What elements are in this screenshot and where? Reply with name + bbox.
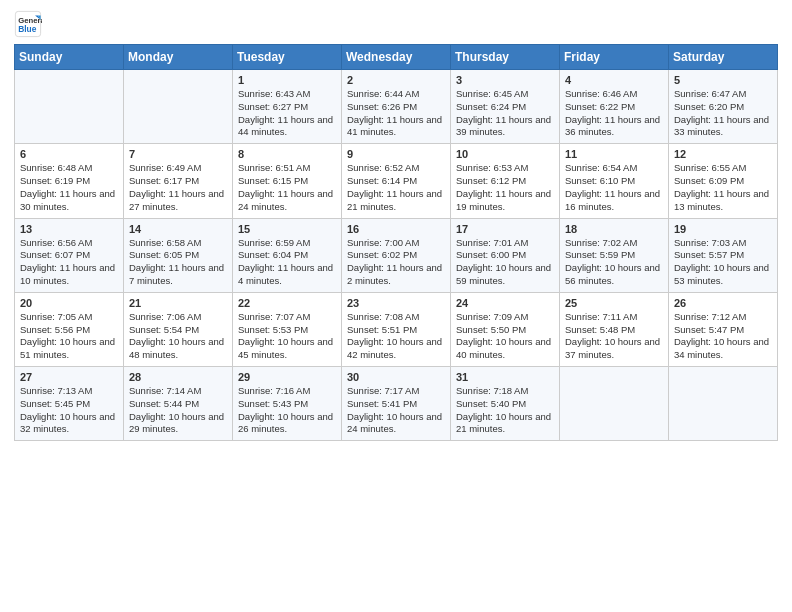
- calendar-cell: 31Sunrise: 7:18 AM Sunset: 5:40 PM Dayli…: [451, 367, 560, 441]
- day-number: 12: [674, 148, 772, 160]
- calendar-cell: 23Sunrise: 7:08 AM Sunset: 5:51 PM Dayli…: [342, 292, 451, 366]
- calendar-cell: 10Sunrise: 6:53 AM Sunset: 6:12 PM Dayli…: [451, 144, 560, 218]
- day-info: Sunrise: 7:01 AM Sunset: 6:00 PM Dayligh…: [456, 237, 554, 288]
- calendar-cell: 3Sunrise: 6:45 AM Sunset: 6:24 PM Daylig…: [451, 70, 560, 144]
- day-info: Sunrise: 6:46 AM Sunset: 6:22 PM Dayligh…: [565, 88, 663, 139]
- day-number: 19: [674, 223, 772, 235]
- day-number: 4: [565, 74, 663, 86]
- day-info: Sunrise: 6:45 AM Sunset: 6:24 PM Dayligh…: [456, 88, 554, 139]
- calendar-cell: 11Sunrise: 6:54 AM Sunset: 6:10 PM Dayli…: [560, 144, 669, 218]
- calendar-cell: [124, 70, 233, 144]
- day-number: 9: [347, 148, 445, 160]
- calendar-week-row: 6Sunrise: 6:48 AM Sunset: 6:19 PM Daylig…: [15, 144, 778, 218]
- calendar-header-tuesday: Tuesday: [233, 45, 342, 70]
- calendar-cell: 25Sunrise: 7:11 AM Sunset: 5:48 PM Dayli…: [560, 292, 669, 366]
- day-info: Sunrise: 7:14 AM Sunset: 5:44 PM Dayligh…: [129, 385, 227, 436]
- day-number: 30: [347, 371, 445, 383]
- day-number: 18: [565, 223, 663, 235]
- calendar-week-row: 1Sunrise: 6:43 AM Sunset: 6:27 PM Daylig…: [15, 70, 778, 144]
- logo: General Blue: [14, 10, 45, 38]
- calendar-cell: 22Sunrise: 7:07 AM Sunset: 5:53 PM Dayli…: [233, 292, 342, 366]
- calendar-cell: 12Sunrise: 6:55 AM Sunset: 6:09 PM Dayli…: [669, 144, 778, 218]
- calendar-cell: [560, 367, 669, 441]
- day-number: 2: [347, 74, 445, 86]
- day-info: Sunrise: 6:44 AM Sunset: 6:26 PM Dayligh…: [347, 88, 445, 139]
- day-info: Sunrise: 6:59 AM Sunset: 6:04 PM Dayligh…: [238, 237, 336, 288]
- day-number: 5: [674, 74, 772, 86]
- calendar-cell: 9Sunrise: 6:52 AM Sunset: 6:14 PM Daylig…: [342, 144, 451, 218]
- day-info: Sunrise: 7:06 AM Sunset: 5:54 PM Dayligh…: [129, 311, 227, 362]
- calendar-table: SundayMondayTuesdayWednesdayThursdayFrid…: [14, 44, 778, 441]
- day-number: 24: [456, 297, 554, 309]
- calendar-week-row: 13Sunrise: 6:56 AM Sunset: 6:07 PM Dayli…: [15, 218, 778, 292]
- calendar-cell: 24Sunrise: 7:09 AM Sunset: 5:50 PM Dayli…: [451, 292, 560, 366]
- calendar-cell: 6Sunrise: 6:48 AM Sunset: 6:19 PM Daylig…: [15, 144, 124, 218]
- day-number: 10: [456, 148, 554, 160]
- day-number: 7: [129, 148, 227, 160]
- day-number: 26: [674, 297, 772, 309]
- day-info: Sunrise: 7:03 AM Sunset: 5:57 PM Dayligh…: [674, 237, 772, 288]
- calendar-cell: 14Sunrise: 6:58 AM Sunset: 6:05 PM Dayli…: [124, 218, 233, 292]
- calendar-cell: 18Sunrise: 7:02 AM Sunset: 5:59 PM Dayli…: [560, 218, 669, 292]
- day-number: 27: [20, 371, 118, 383]
- page: General Blue SundayMondayTuesdayWednesda…: [0, 0, 792, 612]
- day-number: 31: [456, 371, 554, 383]
- header: General Blue: [14, 10, 778, 38]
- day-number: 3: [456, 74, 554, 86]
- day-info: Sunrise: 6:51 AM Sunset: 6:15 PM Dayligh…: [238, 162, 336, 213]
- calendar-header-sunday: Sunday: [15, 45, 124, 70]
- calendar-cell: 2Sunrise: 6:44 AM Sunset: 6:26 PM Daylig…: [342, 70, 451, 144]
- day-number: 8: [238, 148, 336, 160]
- day-number: 23: [347, 297, 445, 309]
- day-info: Sunrise: 7:11 AM Sunset: 5:48 PM Dayligh…: [565, 311, 663, 362]
- calendar-cell: 20Sunrise: 7:05 AM Sunset: 5:56 PM Dayli…: [15, 292, 124, 366]
- day-info: Sunrise: 7:16 AM Sunset: 5:43 PM Dayligh…: [238, 385, 336, 436]
- calendar-week-row: 20Sunrise: 7:05 AM Sunset: 5:56 PM Dayli…: [15, 292, 778, 366]
- calendar-cell: 17Sunrise: 7:01 AM Sunset: 6:00 PM Dayli…: [451, 218, 560, 292]
- calendar-header-wednesday: Wednesday: [342, 45, 451, 70]
- day-number: 15: [238, 223, 336, 235]
- logo-icon: General Blue: [14, 10, 42, 38]
- calendar-header-monday: Monday: [124, 45, 233, 70]
- calendar-cell: 16Sunrise: 7:00 AM Sunset: 6:02 PM Dayli…: [342, 218, 451, 292]
- day-info: Sunrise: 7:00 AM Sunset: 6:02 PM Dayligh…: [347, 237, 445, 288]
- calendar-cell: 26Sunrise: 7:12 AM Sunset: 5:47 PM Dayli…: [669, 292, 778, 366]
- calendar-header-saturday: Saturday: [669, 45, 778, 70]
- day-info: Sunrise: 7:17 AM Sunset: 5:41 PM Dayligh…: [347, 385, 445, 436]
- day-info: Sunrise: 6:49 AM Sunset: 6:17 PM Dayligh…: [129, 162, 227, 213]
- day-number: 17: [456, 223, 554, 235]
- day-number: 1: [238, 74, 336, 86]
- day-number: 21: [129, 297, 227, 309]
- calendar-cell: 27Sunrise: 7:13 AM Sunset: 5:45 PM Dayli…: [15, 367, 124, 441]
- calendar-cell: [15, 70, 124, 144]
- calendar-cell: 21Sunrise: 7:06 AM Sunset: 5:54 PM Dayli…: [124, 292, 233, 366]
- day-info: Sunrise: 6:55 AM Sunset: 6:09 PM Dayligh…: [674, 162, 772, 213]
- day-number: 13: [20, 223, 118, 235]
- day-number: 16: [347, 223, 445, 235]
- calendar-cell: 8Sunrise: 6:51 AM Sunset: 6:15 PM Daylig…: [233, 144, 342, 218]
- calendar-cell: [669, 367, 778, 441]
- day-number: 20: [20, 297, 118, 309]
- day-info: Sunrise: 7:18 AM Sunset: 5:40 PM Dayligh…: [456, 385, 554, 436]
- day-number: 29: [238, 371, 336, 383]
- day-info: Sunrise: 6:54 AM Sunset: 6:10 PM Dayligh…: [565, 162, 663, 213]
- calendar-cell: 15Sunrise: 6:59 AM Sunset: 6:04 PM Dayli…: [233, 218, 342, 292]
- day-number: 25: [565, 297, 663, 309]
- day-info: Sunrise: 6:53 AM Sunset: 6:12 PM Dayligh…: [456, 162, 554, 213]
- calendar-header-row: SundayMondayTuesdayWednesdayThursdayFrid…: [15, 45, 778, 70]
- day-info: Sunrise: 6:48 AM Sunset: 6:19 PM Dayligh…: [20, 162, 118, 213]
- day-info: Sunrise: 7:08 AM Sunset: 5:51 PM Dayligh…: [347, 311, 445, 362]
- calendar-cell: 5Sunrise: 6:47 AM Sunset: 6:20 PM Daylig…: [669, 70, 778, 144]
- day-info: Sunrise: 6:52 AM Sunset: 6:14 PM Dayligh…: [347, 162, 445, 213]
- day-info: Sunrise: 6:58 AM Sunset: 6:05 PM Dayligh…: [129, 237, 227, 288]
- calendar-week-row: 27Sunrise: 7:13 AM Sunset: 5:45 PM Dayli…: [15, 367, 778, 441]
- day-info: Sunrise: 7:02 AM Sunset: 5:59 PM Dayligh…: [565, 237, 663, 288]
- day-info: Sunrise: 7:12 AM Sunset: 5:47 PM Dayligh…: [674, 311, 772, 362]
- day-info: Sunrise: 7:05 AM Sunset: 5:56 PM Dayligh…: [20, 311, 118, 362]
- calendar-header-friday: Friday: [560, 45, 669, 70]
- day-info: Sunrise: 7:07 AM Sunset: 5:53 PM Dayligh…: [238, 311, 336, 362]
- calendar-cell: 19Sunrise: 7:03 AM Sunset: 5:57 PM Dayli…: [669, 218, 778, 292]
- calendar-cell: 30Sunrise: 7:17 AM Sunset: 5:41 PM Dayli…: [342, 367, 451, 441]
- day-info: Sunrise: 7:13 AM Sunset: 5:45 PM Dayligh…: [20, 385, 118, 436]
- day-number: 22: [238, 297, 336, 309]
